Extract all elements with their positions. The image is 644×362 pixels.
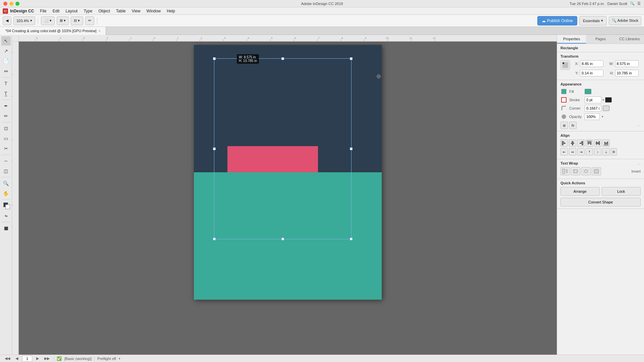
w-input[interactable] xyxy=(615,60,639,67)
align-top-btn[interactable] xyxy=(586,139,593,147)
handle-mid-left[interactable] xyxy=(213,147,216,150)
align-bottom-btn[interactable] xyxy=(602,139,610,147)
zoom-tool[interactable]: 🔍 xyxy=(1,179,11,188)
use-spacing-btn[interactable]: ⊞ xyxy=(611,148,617,156)
fx-btn[interactable]: fx xyxy=(569,122,577,129)
traffic-lights[interactable] xyxy=(3,2,19,6)
reference-point-icon[interactable] xyxy=(560,60,570,70)
tab-cc-libraries[interactable]: CC Libraries xyxy=(615,35,644,44)
textwrap-bounding-btn[interactable] xyxy=(571,167,580,175)
maximize-button[interactable] xyxy=(15,2,19,6)
fill-tool[interactable] xyxy=(1,201,11,210)
grid-btn[interactable]: ⊟ ▾ xyxy=(71,16,83,25)
menu-file[interactable]: File xyxy=(37,8,49,14)
rect-frame-tool[interactable]: ⊡ xyxy=(1,124,11,133)
menu-layout[interactable]: Layout xyxy=(63,8,80,14)
h-input[interactable] xyxy=(615,70,639,76)
search-btn[interactable]: 🔍 Adobe Stock xyxy=(609,16,641,25)
menu-edit[interactable]: Edit xyxy=(50,8,62,14)
menu-view[interactable]: View xyxy=(129,8,143,14)
gap-tool[interactable]: ⇔ xyxy=(1,66,11,76)
menu-object[interactable]: Object xyxy=(96,8,113,14)
nav-next-page-btn[interactable]: ▶ xyxy=(35,356,40,361)
textwrap-none-btn[interactable] xyxy=(560,167,570,175)
minimize-button[interactable] xyxy=(9,2,13,6)
align-right-btn[interactable] xyxy=(577,139,585,147)
preflight-label[interactable]: Preflight off xyxy=(97,357,116,361)
convert-shape-button[interactable]: Convert Shape xyxy=(560,198,641,206)
distribute-center-h-btn[interactable]: ⇔ xyxy=(569,148,576,156)
view-mode-btn[interactable]: ⬜ ▾ xyxy=(41,16,55,25)
handle-mid-right[interactable] xyxy=(350,147,353,150)
pen-btn[interactable]: ✏ xyxy=(85,16,94,25)
hand-tool[interactable]: ✋ xyxy=(1,189,11,198)
canvas-area[interactable]: W: 8.575 in H: 10.785 in xyxy=(19,42,557,355)
align-center-v-btn[interactable] xyxy=(594,139,601,147)
effects-panel-btn[interactable]: ⊞ xyxy=(560,122,568,129)
tab-pages[interactable]: Pages xyxy=(586,35,615,44)
rect-tool[interactable]: ▭ xyxy=(1,134,11,143)
gradient-tool[interactable]: ◫ xyxy=(1,166,11,176)
pencil-tool[interactable]: ✏ xyxy=(1,111,11,121)
opacity-input[interactable] xyxy=(585,113,600,120)
preflight-dropdown[interactable]: ▾ xyxy=(119,357,120,360)
nav-prev-btn[interactable]: ◀◀ xyxy=(3,356,11,361)
direct-select-tool[interactable]: ↗ xyxy=(1,46,11,56)
type-tool[interactable]: T xyxy=(1,79,11,88)
nav-next-btn[interactable]: ▶▶ xyxy=(43,356,51,361)
search-icon[interactable]: 🔍 xyxy=(630,1,635,6)
essentials-button[interactable]: Essentials ▾ xyxy=(579,16,607,25)
x-input[interactable] xyxy=(580,60,603,67)
handle-top-mid[interactable] xyxy=(281,57,284,60)
menu-window[interactable]: Window xyxy=(144,8,164,14)
more-options-icon[interactable]: ⋯ xyxy=(637,124,641,127)
svg-rect-56 xyxy=(561,89,566,94)
type-path-tool[interactable]: T̲ xyxy=(1,89,11,98)
swap-colors[interactable]: ⇆ xyxy=(1,211,11,221)
handle-top-left[interactable]: W: 8.575 in H: 10.785 in xyxy=(213,57,216,60)
select-tool[interactable]: ↖ xyxy=(1,36,11,46)
align-left-btn[interactable] xyxy=(560,139,568,147)
svg-text:1: 1 xyxy=(12,52,13,53)
nav-back-btn[interactable]: ◀ xyxy=(3,16,11,25)
menu-type[interactable]: Type xyxy=(81,8,95,14)
distribute-bottom-btn[interactable]: ⇣ xyxy=(602,148,610,156)
free-transform-tool[interactable]: ↔ xyxy=(1,156,11,166)
menu-help[interactable]: Help xyxy=(164,8,178,14)
arrange-button[interactable]: Arrange xyxy=(560,187,600,196)
layout-btn[interactable]: ⊞ ▾ xyxy=(57,16,69,25)
stroke-color-swatch[interactable] xyxy=(605,97,612,103)
page-number-input[interactable] xyxy=(22,356,32,362)
distribute-right-btn[interactable]: ⇥ xyxy=(577,148,585,156)
fill-color-swatch[interactable] xyxy=(585,89,591,94)
canvas-scroll[interactable]: 1 2 3 4 5 6 7 8 9 xyxy=(12,42,557,355)
tab-properties[interactable]: Properties xyxy=(557,35,586,44)
y-input[interactable] xyxy=(580,70,603,76)
tab-close-icon[interactable]: × xyxy=(99,29,101,33)
distribute-top-btn[interactable]: ⇡ xyxy=(586,148,593,156)
stroke-value-input[interactable] xyxy=(585,97,601,103)
opacity-dropdown[interactable]: ▾ xyxy=(602,115,603,118)
nav-prev-page-btn[interactable]: ◀ xyxy=(14,356,19,361)
menu-table[interactable]: Table xyxy=(113,8,128,14)
corner-value-input[interactable] xyxy=(585,105,601,112)
lock-button[interactable]: Lock xyxy=(602,187,641,196)
distribute-left-btn[interactable]: ⇤ xyxy=(560,148,568,156)
textwrap-contour-btn[interactable] xyxy=(581,167,591,175)
menu-icon[interactable]: ☰ xyxy=(637,1,641,6)
handle-top-right[interactable] xyxy=(350,57,353,60)
zoom-select[interactable]: 103.4% ▾ xyxy=(13,16,35,25)
page-tool[interactable]: 📄 xyxy=(1,56,11,66)
distribute-center-v-btn[interactable]: ↕ xyxy=(594,148,601,156)
textwrap-top-bottom-btn[interactable] xyxy=(592,167,601,175)
stroke-dropdown-arrow[interactable]: ▾ xyxy=(602,98,604,102)
publish-online-button[interactable]: ☁ Publish Online xyxy=(537,16,577,25)
apply-color-btn[interactable]: ⬛ xyxy=(1,224,11,233)
more-options-textwrap[interactable]: ⋯ xyxy=(637,163,641,166)
scissors-tool[interactable]: ✂ xyxy=(1,144,11,153)
align-center-h-btn[interactable] xyxy=(569,139,576,147)
close-button[interactable] xyxy=(3,2,7,6)
pen-tool[interactable]: ✒ xyxy=(1,101,11,111)
active-tab[interactable]: *04 Creating & using color.indd @ 103% [… xyxy=(0,27,106,35)
corner-style-swatch[interactable] xyxy=(603,106,609,111)
